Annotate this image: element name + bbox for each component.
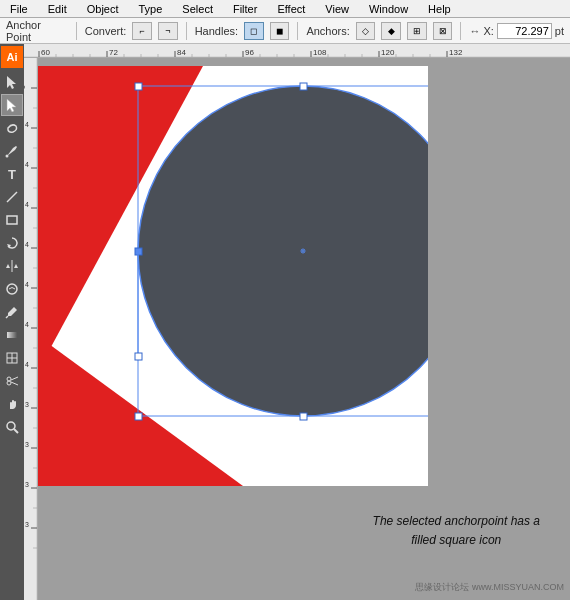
separator-1 <box>76 22 77 40</box>
svg-rect-55 <box>24 58 37 600</box>
menu-file[interactable]: File <box>4 0 34 18</box>
svg-marker-7 <box>6 264 10 268</box>
anchors-btn-2[interactable]: ◆ <box>381 22 401 40</box>
scissors-tool-btn[interactable] <box>1 370 23 392</box>
svg-point-15 <box>7 377 11 381</box>
svg-rect-98 <box>135 83 142 90</box>
svg-point-19 <box>7 422 15 430</box>
separator-2 <box>186 22 187 40</box>
svg-text:4: 4 <box>25 321 29 328</box>
rotate-tool-btn[interactable] <box>1 232 23 254</box>
ruler-top: 60 72 84 96 108 120 132 <box>24 44 570 58</box>
svg-point-109 <box>302 250 304 252</box>
toolbar: Ai T <box>0 44 24 600</box>
main-canvas[interactable]: The selected anchorpoint has a filled sq… <box>38 58 570 600</box>
menu-type[interactable]: Type <box>133 0 169 18</box>
mesh-tool-btn[interactable] <box>1 347 23 369</box>
svg-rect-21 <box>24 44 570 57</box>
menu-help[interactable]: Help <box>422 0 457 18</box>
annotation-line1: The selected anchorpoint has a <box>373 512 540 531</box>
menu-window[interactable]: Window <box>363 0 414 18</box>
anchors-btn-4[interactable]: ⊠ <box>433 22 453 40</box>
options-bar: Anchor Point Convert: ⌐ ¬ Handles: ◻ ◼ A… <box>0 18 570 44</box>
svg-line-18 <box>11 382 18 385</box>
svg-text:3: 3 <box>25 481 29 488</box>
ruler-top-svg: 60 72 84 96 108 120 132 <box>24 44 570 57</box>
eyedropper-tool-btn[interactable] <box>1 301 23 323</box>
canvas-row: 5 4 4 4 4 4 4 4 3 <box>24 58 570 600</box>
convert-label: Convert: <box>85 25 127 37</box>
handles-btn-2[interactable]: ◼ <box>270 22 290 40</box>
type-tool-btn[interactable]: T <box>1 163 23 185</box>
svg-text:132: 132 <box>449 48 463 57</box>
menu-effect[interactable]: Effect <box>271 0 311 18</box>
menu-select[interactable]: Select <box>176 0 219 18</box>
svg-text:3: 3 <box>25 401 29 408</box>
svg-point-16 <box>7 381 11 385</box>
warp-tool-btn[interactable] <box>1 278 23 300</box>
handles-btn-1[interactable]: ◻ <box>244 22 264 40</box>
svg-rect-4 <box>7 216 17 224</box>
x-coord-group: ↔ X: pt <box>469 23 564 39</box>
anchors-btn-1[interactable]: ◇ <box>356 22 376 40</box>
svg-text:108: 108 <box>313 48 327 57</box>
svg-text:72: 72 <box>109 48 118 57</box>
svg-text:4: 4 <box>25 281 29 288</box>
reflect-tool-btn[interactable] <box>1 255 23 277</box>
svg-rect-103 <box>300 413 307 420</box>
svg-line-10 <box>6 316 8 318</box>
workspace: Ai T <box>0 44 570 600</box>
gradient-tool-btn[interactable] <box>1 324 23 346</box>
svg-point-2 <box>6 155 9 158</box>
anchors-btn-3[interactable]: ⊞ <box>407 22 427 40</box>
anchors-label: Anchors: <box>306 25 349 37</box>
menu-edit[interactable]: Edit <box>42 0 73 18</box>
annotation-line2: filled square icon <box>373 531 540 550</box>
svg-rect-100 <box>135 413 142 420</box>
direct-select-tool-btn[interactable] <box>1 94 23 116</box>
convert-btn-1[interactable]: ⌐ <box>132 22 152 40</box>
shapes-svg <box>38 66 428 486</box>
zoom-tool-btn[interactable] <box>1 416 23 438</box>
menu-filter[interactable]: Filter <box>227 0 263 18</box>
svg-text:4: 4 <box>25 121 29 128</box>
convert-btn-2[interactable]: ¬ <box>158 22 178 40</box>
svg-text:4: 4 <box>25 361 29 368</box>
handles-label: Handles: <box>195 25 238 37</box>
menu-object[interactable]: Object <box>81 0 125 18</box>
x-label: X: <box>483 25 493 37</box>
x-input[interactable] <box>497 23 552 39</box>
shape-tool-btn[interactable] <box>1 209 23 231</box>
artboard <box>38 66 428 486</box>
ruler-left-svg: 5 4 4 4 4 4 4 4 3 <box>24 58 37 600</box>
separator-4 <box>460 22 461 40</box>
menu-view[interactable]: View <box>319 0 355 18</box>
separator-3 <box>297 22 298 40</box>
svg-text:84: 84 <box>177 48 186 57</box>
hand-tool-btn[interactable] <box>1 393 23 415</box>
canvas-area: 60 72 84 96 108 120 132 <box>24 44 570 600</box>
svg-text:4: 4 <box>25 201 29 208</box>
svg-marker-8 <box>14 264 18 268</box>
red-shapes <box>38 66 428 486</box>
svg-line-20 <box>14 429 18 433</box>
svg-text:120: 120 <box>381 48 395 57</box>
lasso-tool-btn[interactable] <box>1 117 23 139</box>
watermark: 思缘设计论坛 www.MISSYUAN.COM <box>415 581 564 594</box>
ai-logo: Ai <box>1 46 23 68</box>
svg-text:3: 3 <box>25 441 29 448</box>
annotation-text: The selected anchorpoint has a filled sq… <box>373 512 540 550</box>
pen-tool-btn[interactable] <box>1 140 23 162</box>
menu-bar: File Edit Object Type Select Filter Effe… <box>0 0 570 18</box>
svg-text:3: 3 <box>25 521 29 528</box>
svg-text:60: 60 <box>41 48 50 57</box>
svg-line-17 <box>11 377 18 380</box>
svg-text:4: 4 <box>25 161 29 168</box>
svg-text:4: 4 <box>25 241 29 248</box>
svg-rect-107 <box>135 353 142 360</box>
line-tool-btn[interactable] <box>1 186 23 208</box>
selection-tool-btn[interactable] <box>1 71 23 93</box>
x-unit: pt <box>555 25 564 37</box>
svg-text:5: 5 <box>24 85 26 89</box>
ruler-left: 5 4 4 4 4 4 4 4 3 <box>24 58 38 600</box>
